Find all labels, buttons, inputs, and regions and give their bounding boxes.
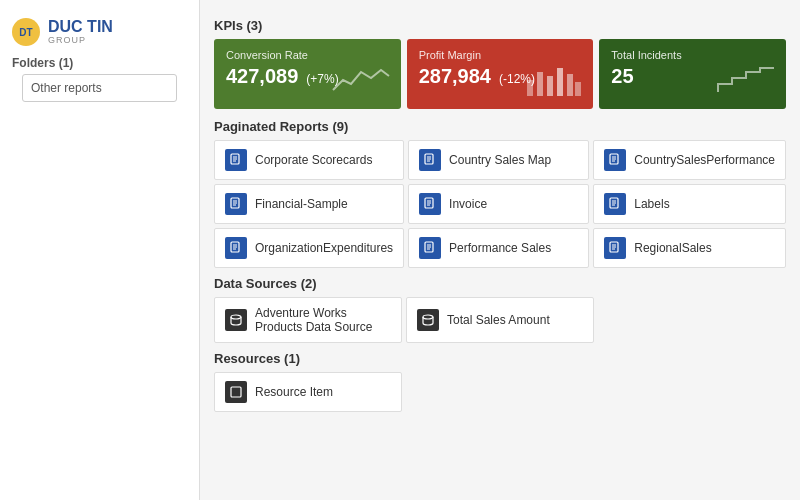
other-reports-label: Other reports bbox=[31, 81, 102, 95]
report-item-8[interactable]: RegionalSales bbox=[593, 228, 786, 268]
reports-grid: Corporate Scorecards Country Sales Map C… bbox=[214, 140, 786, 268]
report-icon-3 bbox=[225, 193, 247, 215]
svg-rect-5 bbox=[557, 68, 563, 96]
ds-item-1[interactable]: Total Sales Amount bbox=[406, 297, 594, 343]
report-label-8: RegionalSales bbox=[634, 241, 711, 255]
report-icon-2 bbox=[604, 149, 626, 171]
resources-section-header: Resources (1) bbox=[214, 351, 786, 366]
kpi-total-incidents[interactable]: Total Incidents 25 bbox=[599, 39, 786, 109]
kpis-section-header: KPIs (3) bbox=[214, 18, 786, 33]
report-icon-5 bbox=[604, 193, 626, 215]
ds-label-0: Adventure Works Products Data Source bbox=[255, 306, 391, 334]
kpi-2-value: 287,984 bbox=[419, 65, 491, 88]
report-icon-8 bbox=[604, 237, 626, 259]
kpi-conversion-rate[interactable]: Conversion Rate 427,089 (+7%) bbox=[214, 39, 401, 109]
report-item-3[interactable]: Financial-Sample bbox=[214, 184, 404, 224]
ds-icon-0 bbox=[225, 309, 247, 331]
report-icon-7 bbox=[419, 237, 441, 259]
resource-icon-0 bbox=[225, 381, 247, 403]
main-content: KPIs (3) Conversion Rate 427,089 (+7%) P… bbox=[200, 0, 800, 500]
logo-area: DT DUC TIN GROUP bbox=[0, 10, 199, 50]
kpi-1-value: 427,089 bbox=[226, 65, 298, 88]
report-icon-0 bbox=[225, 149, 247, 171]
folders-section: Folders (1) Other reports bbox=[0, 50, 199, 116]
folders-label: Folders (1) bbox=[12, 56, 187, 70]
report-item-0[interactable]: Corporate Scorecards bbox=[214, 140, 404, 180]
logo-text: DUC TIN bbox=[48, 19, 113, 35]
kpi-1-label: Conversion Rate bbox=[226, 49, 389, 61]
resource-label-0: Resource Item bbox=[255, 385, 333, 399]
report-icon-6 bbox=[225, 237, 247, 259]
kpi-1-sparkline bbox=[331, 62, 391, 101]
ds-item-0[interactable]: Adventure Works Products Data Source bbox=[214, 297, 402, 343]
svg-rect-6 bbox=[567, 74, 573, 96]
svg-point-44 bbox=[231, 315, 241, 319]
kpi-3-sparkline bbox=[716, 62, 776, 101]
datasources-section-header: Data Sources (2) bbox=[214, 276, 786, 291]
kpi-2-sparkline bbox=[523, 62, 583, 101]
kpi-row: Conversion Rate 427,089 (+7%) Profit Mar… bbox=[214, 39, 786, 109]
datasources-grid: Adventure Works Products Data Source Tot… bbox=[214, 297, 786, 343]
logo-icon: DT bbox=[10, 16, 42, 48]
report-label-0: Corporate Scorecards bbox=[255, 153, 372, 167]
ds-label-1: Total Sales Amount bbox=[447, 313, 550, 327]
report-label-4: Invoice bbox=[449, 197, 487, 211]
sidebar: DT DUC TIN GROUP Folders (1) Other repor… bbox=[0, 0, 200, 500]
report-label-7: Performance Sales bbox=[449, 241, 551, 255]
report-label-2: CountrySalesPerformance bbox=[634, 153, 775, 167]
report-icon-1 bbox=[419, 149, 441, 171]
report-item-6[interactable]: OrganizationExpenditures bbox=[214, 228, 404, 268]
resource-item-0[interactable]: Resource Item bbox=[214, 372, 402, 412]
logo-sub: GROUP bbox=[48, 35, 113, 45]
ds-icon-1 bbox=[417, 309, 439, 331]
svg-rect-3 bbox=[537, 72, 543, 96]
report-item-7[interactable]: Performance Sales bbox=[408, 228, 589, 268]
svg-rect-2 bbox=[527, 80, 533, 96]
kpi-2-label: Profit Margin bbox=[419, 49, 582, 61]
report-item-5[interactable]: Labels bbox=[593, 184, 786, 224]
svg-rect-7 bbox=[575, 82, 581, 96]
resources-grid: Resource Item bbox=[214, 372, 786, 412]
report-label-3: Financial-Sample bbox=[255, 197, 348, 211]
svg-point-45 bbox=[423, 315, 433, 319]
kpi-3-label: Total Incidents bbox=[611, 49, 774, 61]
svg-text:DT: DT bbox=[19, 27, 32, 38]
kpi-3-value: 25 bbox=[611, 65, 633, 87]
kpi-profit-margin[interactable]: Profit Margin 287,984 (-12%) bbox=[407, 39, 594, 109]
report-label-6: OrganizationExpenditures bbox=[255, 241, 393, 255]
svg-rect-4 bbox=[547, 76, 553, 96]
other-reports-item[interactable]: Other reports bbox=[22, 74, 177, 102]
report-item-4[interactable]: Invoice bbox=[408, 184, 589, 224]
report-item-2[interactable]: CountrySalesPerformance bbox=[593, 140, 786, 180]
reports-section-header: Paginated Reports (9) bbox=[214, 119, 786, 134]
report-item-1[interactable]: Country Sales Map bbox=[408, 140, 589, 180]
report-icon-4 bbox=[419, 193, 441, 215]
report-label-1: Country Sales Map bbox=[449, 153, 551, 167]
report-label-5: Labels bbox=[634, 197, 669, 211]
svg-rect-46 bbox=[231, 387, 241, 397]
